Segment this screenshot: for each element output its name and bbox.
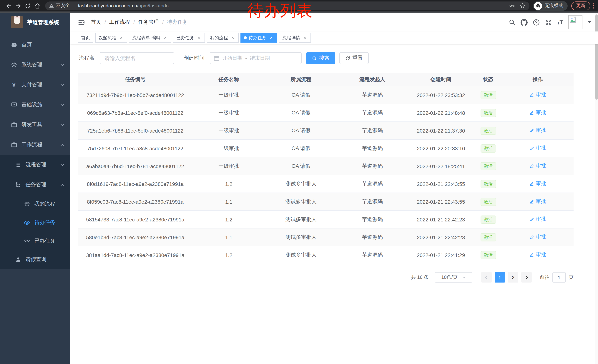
sidebar-item-my-process[interactable]: 我的流程 <box>0 195 70 213</box>
help-icon[interactable] <box>533 19 540 26</box>
sidebar: 芋道管理系统 首页 系统管理 ¥ 支付管 <box>0 13 70 364</box>
monitor-icon <box>11 102 17 108</box>
approve-link[interactable]: 审批 <box>530 198 546 205</box>
robot-icon <box>24 201 30 207</box>
search-button[interactable]: 搜索 <box>306 52 335 64</box>
table-row: 8f059c03-7ac8-11ec-a9e2-a2380e71991a 1.1… <box>78 193 573 211</box>
address-bar[interactable]: 不安全 dashboard.yudao.iocoder.cn/bpm/task/… <box>45 1 530 10</box>
tab-process-detail[interactable]: 流程详情× <box>279 33 311 43</box>
chevron-down-icon <box>60 163 65 166</box>
status-badge: 激活 <box>480 162 496 170</box>
sidebar-item-workflow[interactable]: 工作流程 <box>0 135 70 155</box>
col-initiator: 流程发起人 <box>337 76 407 83</box>
approve-link[interactable]: 审批 <box>530 216 546 223</box>
tab-form-edit[interactable]: 流程表单-编辑× <box>129 33 171 43</box>
breadcrumb-workflow[interactable]: 工作流程 <box>109 19 130 25</box>
approve-link[interactable]: 审批 <box>530 163 546 170</box>
sidebar-item-done-tasks[interactable]: 已办任务 <box>0 232 70 250</box>
approve-link[interactable]: 审批 <box>530 145 546 152</box>
sidebar-item-home[interactable]: 首页 <box>0 35 70 55</box>
reset-button[interactable]: 重置 <box>339 52 369 64</box>
sidebar-item-task-mgmt[interactable]: 任务管理 <box>0 175 70 195</box>
browser-update-button[interactable]: 更新 <box>571 1 590 10</box>
approve-link[interactable]: 审批 <box>530 92 546 98</box>
app-logo-row[interactable]: 芋道管理系统 <box>0 13 70 32</box>
sidebar-item-dev-tools[interactable]: 研发工具 <box>0 115 70 135</box>
sidebar-item-payment[interactable]: ¥ 支付管理 <box>0 75 70 95</box>
chevron-up-icon <box>60 144 65 146</box>
approve-link[interactable]: 审批 <box>530 180 546 187</box>
chevron-down-icon <box>60 64 65 66</box>
sidebar-item-leave-query[interactable]: 请假查询 <box>0 250 70 269</box>
tab-my-process[interactable]: 我的流程× <box>207 33 239 43</box>
tab-start-process[interactable]: 发起流程× <box>95 33 127 43</box>
briefcase-icon <box>11 122 17 128</box>
gear-icon <box>11 62 17 68</box>
branch-icon <box>15 182 21 188</box>
col-task-id: 任务编号 <box>78 76 193 83</box>
goto-page-input[interactable] <box>552 272 566 283</box>
incognito-badge: 无痕模式 <box>533 1 568 11</box>
sidebar-collapse-icon[interactable] <box>78 19 85 25</box>
sidebar-item-infrastructure[interactable]: 基础设施 <box>0 95 70 115</box>
table-row: 381aa1dd-7ac8-11ec-a9e2-a2380e71991a 1.2… <box>78 246 573 264</box>
sidebar-item-todo-tasks[interactable]: 待办任务 <box>0 213 70 232</box>
user-icon <box>15 257 21 263</box>
search-icon[interactable] <box>509 19 515 25</box>
password-key-icon[interactable] <box>509 3 515 9</box>
fullscreen-icon[interactable] <box>545 19 552 26</box>
close-icon: × <box>302 35 307 40</box>
list-icon <box>15 162 21 168</box>
tab-todo-tasks[interactable]: 待办任务× <box>241 33 277 43</box>
bookmark-star-icon[interactable] <box>519 3 526 9</box>
browser-back-icon[interactable] <box>4 1 13 11</box>
browser-forward-icon[interactable] <box>13 1 23 11</box>
sidebar-item-process-mgmt[interactable]: 流程管理 <box>0 155 70 175</box>
table-row: a6aba0a4-7b6d-11ec-b781-acde48001122 一级审… <box>78 157 573 175</box>
status-badge: 激活 <box>480 215 496 224</box>
avatar-caret-icon[interactable] <box>588 21 591 23</box>
browser-menu-icon[interactable] <box>593 3 594 8</box>
security-label: 不安全 <box>56 3 70 9</box>
approve-link[interactable]: 审批 <box>530 234 546 241</box>
breadcrumb-home[interactable]: 首页 <box>91 19 101 25</box>
sidebar-item-system[interactable]: 系统管理 <box>0 55 70 75</box>
filter-form: 流程名 创建时间 开始日期 - 结束日期 搜索 重置 <box>70 44 598 64</box>
goto-label: 前往 <box>540 274 549 281</box>
not-secure-warning-icon <box>49 3 54 8</box>
next-page-button[interactable] <box>521 272 532 283</box>
page-scrollbar[interactable] <box>595 13 598 364</box>
close-icon: × <box>119 35 124 40</box>
eye-closed-icon <box>24 238 30 244</box>
github-icon[interactable] <box>521 19 528 26</box>
browser-home-icon[interactable] <box>33 1 42 11</box>
prev-page-button[interactable] <box>481 272 492 283</box>
chevron-down-icon <box>60 104 65 106</box>
approve-link[interactable]: 审批 <box>530 109 546 116</box>
process-name-label: 流程名 <box>79 55 94 61</box>
browser-reload-icon[interactable] <box>23 1 33 11</box>
date-range-picker[interactable]: 开始日期 - 结束日期 <box>210 52 302 64</box>
tab-done-tasks[interactable]: 已办任务× <box>173 33 205 43</box>
scrollbar-thumb[interactable] <box>595 15 598 100</box>
status-badge: 激活 <box>480 91 496 99</box>
table-row: 58154733-7ac8-11ec-a9e2-a2380e71991a 1.2… <box>78 211 573 228</box>
page-size-select[interactable]: 10条/页 <box>435 272 472 283</box>
col-created: 创建时间 <box>407 76 474 83</box>
avatar[interactable] <box>568 15 582 29</box>
pagination-total: 共 16 条 <box>411 274 429 281</box>
chevron-down-icon <box>463 276 466 278</box>
page-button-2[interactable]: 2 <box>508 272 518 283</box>
font-size-icon[interactable]: TT <box>557 19 563 25</box>
process-name-input[interactable] <box>100 52 174 64</box>
approve-link[interactable]: 审批 <box>530 127 546 134</box>
omnibox-divider <box>73 3 73 8</box>
create-time-label: 创建时间 <box>184 55 205 61</box>
table-row: 069c6a63-7b8a-11ec-8ef0-acde48001122 一级审… <box>78 104 573 122</box>
approve-link[interactable]: 审批 <box>530 252 546 258</box>
tab-home[interactable]: 首页× <box>78 33 93 43</box>
incognito-icon <box>534 2 542 10</box>
breadcrumb-task-mgmt[interactable]: 任务管理 <box>138 19 159 25</box>
start-date-placeholder: 开始日期 <box>222 55 242 61</box>
page-button-1[interactable]: 1 <box>495 272 505 283</box>
